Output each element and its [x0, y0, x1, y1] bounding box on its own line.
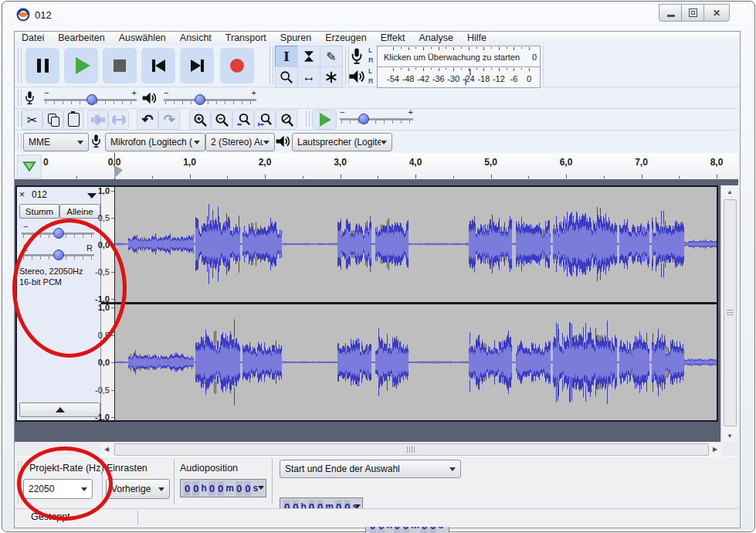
- skip-to-end-button[interactable]: [180, 48, 214, 83]
- time-unit[interactable]: m: [225, 483, 234, 494]
- menu-item-hilfe[interactable]: Hilfe: [460, 32, 493, 45]
- timeline-ruler[interactable]: 00,01,02,03,04,05,06,07,08,0: [15, 153, 738, 180]
- zoom-fit-button[interactable]: [254, 110, 276, 130]
- envelope-tool-button[interactable]: [297, 46, 320, 67]
- time-unit[interactable]: h: [201, 483, 206, 494]
- zoom-selection-button[interactable]: [232, 110, 254, 130]
- redo-button[interactable]: ↷: [158, 110, 180, 130]
- silence-audio-button[interactable]: [108, 110, 129, 130]
- play-speed-slider[interactable]: − +: [340, 110, 413, 127]
- solo-button[interactable]: Alleine: [59, 204, 100, 219]
- copy-button[interactable]: [42, 110, 63, 130]
- mixer-toolbar-grip[interactable]: [18, 90, 22, 106]
- zoom-in-button[interactable]: [189, 110, 211, 130]
- track-collapse-button[interactable]: [19, 402, 100, 417]
- menu-item-effekt[interactable]: Effekt: [374, 32, 412, 45]
- meter-scale-value: -42: [417, 74, 429, 83]
- close-button[interactable]: ✕: [703, 4, 730, 22]
- menu-item-datei[interactable]: Datei: [15, 32, 51, 45]
- timeline-label: 2,0: [259, 157, 272, 168]
- time-digit[interactable]: 0: [192, 481, 199, 496]
- audio-host-select[interactable]: MME: [23, 133, 89, 151]
- zoom-out-button[interactable]: [211, 110, 232, 130]
- timeshift-tool-button[interactable]: ↔: [297, 66, 320, 88]
- playback-volume-slider[interactable]: − +: [164, 90, 256, 107]
- meter-tick: [469, 47, 470, 50]
- track-gain-thumb[interactable]: [53, 228, 64, 239]
- maximize-button[interactable]: [681, 4, 705, 22]
- track-close-button[interactable]: ×: [19, 189, 25, 200]
- selection-toolbar-grip[interactable]: [18, 460, 22, 504]
- device-toolbar-grip[interactable]: [18, 133, 22, 149]
- selection-tool-button[interactable]: I: [275, 46, 298, 67]
- paste-button[interactable]: [63, 110, 84, 130]
- play-at-speed-button[interactable]: [312, 110, 337, 130]
- time-digit[interactable]: 0: [217, 481, 224, 496]
- multi-tool-button[interactable]: [320, 66, 343, 88]
- pan-left-label: L: [23, 243, 28, 253]
- playback-device-select[interactable]: Lautsprecher (Logite: [292, 133, 392, 151]
- transport-toolbar-grip[interactable]: [18, 48, 22, 83]
- playhead-handle[interactable]: [114, 165, 123, 178]
- playback-meter[interactable]: -54-48-42-36-30-24-18-12-60: [377, 66, 541, 88]
- skip-to-start-button[interactable]: [141, 48, 175, 83]
- timeshift-icon: ↔: [303, 70, 316, 85]
- draw-tool-button[interactable]: ✎: [320, 46, 343, 67]
- vscroll-thumb[interactable]: [724, 199, 737, 426]
- undo-button[interactable]: ↶: [137, 110, 158, 130]
- track-pan-thumb[interactable]: [53, 250, 64, 260]
- scroll-up-arrow[interactable]: ▲: [721, 185, 738, 198]
- gain-plus-label: +: [88, 222, 93, 231]
- record-meter[interactable]: Klicken um Überwachung zu starten 0: [377, 46, 541, 67]
- vertical-scrollbar[interactable]: ▲ ▼: [720, 185, 738, 442]
- tools-toolbar-grip[interactable]: [270, 46, 273, 85]
- recording-volume-slider[interactable]: − +: [44, 90, 137, 107]
- cut-button[interactable]: ✂: [22, 110, 42, 130]
- hscroll-thumb[interactable]: [114, 443, 709, 456]
- playback-volume-thumb[interactable]: [195, 94, 205, 105]
- undo-icon: ↶: [141, 111, 153, 128]
- play-at-speed-grip[interactable]: [306, 110, 310, 127]
- trim-audio-button[interactable]: [87, 110, 108, 130]
- minimize-button[interactable]: [659, 4, 683, 22]
- time-digit[interactable]: 0: [244, 481, 251, 496]
- menu-item-analyse[interactable]: Analyse: [412, 32, 459, 45]
- recording-device-select[interactable]: Mikrofon (Logitech (: [105, 133, 205, 151]
- scroll-right-arrow[interactable]: ▶: [709, 442, 721, 456]
- menu-item-spuren[interactable]: Spuren: [273, 32, 318, 45]
- record-button[interactable]: [220, 48, 254, 83]
- chevron-down-icon[interactable]: [258, 486, 264, 490]
- track-pan-slider[interactable]: L R: [22, 246, 94, 263]
- recording-channels-select[interactable]: 2 (Stereo) Au: [205, 133, 275, 151]
- waveform-channel-left[interactable]: [114, 187, 717, 301]
- track-menu-chevron-icon[interactable]: [87, 193, 97, 199]
- menu-item-transport[interactable]: Transport: [219, 32, 273, 45]
- meter-tick: [491, 68, 492, 70]
- snap-to-select[interactable]: Vorherige: [106, 479, 170, 499]
- audio-position-field[interactable]: 00h00m00s: [180, 479, 266, 497]
- time-digit[interactable]: 0: [208, 481, 215, 496]
- play-speed-thumb[interactable]: [358, 114, 369, 124]
- play-button[interactable]: [64, 48, 98, 83]
- menu-item-ansicht[interactable]: Ansicht: [173, 32, 219, 45]
- recording-volume-thumb[interactable]: [86, 94, 97, 105]
- time-digit[interactable]: 0: [184, 481, 191, 496]
- selection-range-mode-select[interactable]: Start und Ende der Auswahl: [280, 460, 461, 478]
- menu-item-erzeugen[interactable]: Erzeugen: [318, 32, 374, 45]
- project-rate-select[interactable]: 22050: [23, 479, 93, 499]
- timeline-pin-button[interactable]: [17, 154, 42, 178]
- scroll-left-arrow[interactable]: ◀: [100, 442, 113, 456]
- mute-button[interactable]: Stumm: [19, 204, 59, 219]
- time-digit[interactable]: 0: [236, 481, 242, 496]
- meter-tick: [423, 47, 424, 50]
- waveform-channel-right[interactable]: [114, 304, 717, 420]
- scroll-down-arrow[interactable]: ▼: [721, 429, 738, 442]
- stop-button[interactable]: [103, 48, 137, 83]
- zoom-tool-button[interactable]: [275, 66, 298, 88]
- menu-item-bearbeiten[interactable]: Bearbeiten: [51, 32, 111, 45]
- menu-item-auswählen[interactable]: Auswählen: [112, 32, 173, 45]
- zoom-toggle-button[interactable]: [276, 110, 297, 130]
- pause-button[interactable]: [25, 48, 59, 83]
- meter-tick: [431, 68, 432, 70]
- track-gain-slider[interactable]: − +: [22, 224, 94, 241]
